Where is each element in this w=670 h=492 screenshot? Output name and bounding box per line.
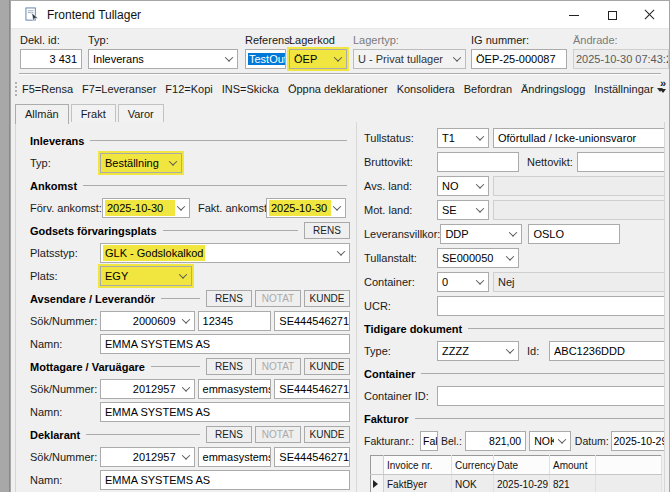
- mottagare-namn-field[interactable]: EMMA SYSTEMS AS: [100, 402, 350, 422]
- kunde-button[interactable]: KUNDE: [304, 426, 350, 443]
- plats-label: Plats:: [30, 270, 100, 282]
- invoice-table[interactable]: Invoice nr. Currency Date Amount FaktBye…: [370, 455, 662, 492]
- deklarant-nummer-dropdown[interactable]: 2012957: [100, 447, 195, 467]
- toolbar-andringslogg[interactable]: Ändringslogg: [521, 83, 585, 95]
- bruttovikt-label: Bruttovikt:: [364, 156, 437, 168]
- minimize-icon: [569, 15, 579, 16]
- toolbar-rensa[interactable]: F5=Rensa: [22, 83, 73, 95]
- chevron-down-icon: [330, 50, 346, 68]
- cell-amount: 821: [550, 475, 596, 492]
- toolbar-leveranser[interactable]: F7=Leveranser: [82, 83, 156, 95]
- section-inleverans: Inleverans: [30, 132, 350, 149]
- rens-button[interactable]: RENS: [304, 222, 350, 239]
- mot-land-dropdown[interactable]: SE: [437, 200, 489, 220]
- col-currency[interactable]: Currency: [452, 456, 494, 475]
- section-godsets-forvaringsplats: Godsets förvaringsplats RENS: [30, 222, 350, 239]
- sok-nummer-label: Sök/Nummer:: [30, 451, 100, 463]
- bel-field[interactable]: 821,00: [465, 431, 527, 451]
- toolbar-befordran[interactable]: Befordran: [464, 83, 512, 95]
- col-invoice-nr[interactable]: Invoice nr.: [384, 456, 452, 475]
- andrade-label: Ändrade:: [573, 34, 669, 47]
- close-icon: [644, 9, 656, 21]
- container-dropdown[interactable]: 0: [437, 272, 489, 292]
- deklarant-namn-field[interactable]: EMMA SYSTEMS AS: [100, 470, 350, 490]
- mottagare-search-field[interactable]: emmasystems: [198, 379, 272, 399]
- tullanstalt-label: Tullanstalt:: [364, 252, 437, 264]
- tidigare-type-label: Type:: [364, 345, 437, 357]
- toolbar-konsolidera[interactable]: Konsolidera: [397, 83, 455, 95]
- notat-button: NOTAT: [255, 358, 301, 375]
- avsendare-namn-field[interactable]: EMMA SYSTEMS AS: [100, 334, 350, 354]
- lagerkod-dropdown[interactable]: ÖEP: [289, 49, 347, 69]
- minimize-button[interactable]: [555, 1, 593, 29]
- fakturanr-field[interactable]: Fak: [420, 431, 438, 451]
- lagertyp-dropdown[interactable]: U - Privat tullager: [353, 49, 466, 69]
- header-separator: [19, 73, 661, 75]
- chevron-down-icon: [178, 312, 194, 330]
- avsendare-search-field[interactable]: 12345: [198, 311, 272, 331]
- col-date[interactable]: Date: [494, 456, 550, 475]
- inleverans-typ-label: Typ:: [30, 157, 100, 169]
- tullanstalt-dropdown[interactable]: SE000050: [437, 248, 519, 268]
- dekl-id-field[interactable]: 3 431: [20, 49, 82, 69]
- tab-frakt[interactable]: Frakt: [71, 104, 116, 123]
- rens-button[interactable]: RENS: [206, 358, 252, 375]
- tidigare-id-label: Id:: [527, 345, 549, 357]
- close-button[interactable]: [631, 1, 669, 29]
- chevron-down-icon: [449, 50, 465, 68]
- deklarant-org-field[interactable]: SE4445462718: [274, 447, 350, 467]
- tab-strip: Allmän Frakt Varor: [15, 104, 665, 123]
- chevron-down-icon: [505, 225, 521, 243]
- section-tidigare-dokument: Tidigare dokument: [364, 320, 665, 337]
- typ-dropdown[interactable]: Inleverans: [88, 49, 238, 69]
- tidigare-id-field[interactable]: ABC1236DDD: [549, 341, 665, 361]
- invoice-row[interactable]: FaktByer NOK 2025-10-29 821: [371, 475, 662, 492]
- fakt-ankomst-datepicker[interactable]: 2025-10-30: [266, 198, 346, 218]
- forv-ankomst-datepicker[interactable]: 2025-10-30: [102, 198, 190, 218]
- app-window: Frontend Tullager Dekl. id: 3 431 Typ: I…: [10, 0, 670, 492]
- lagertyp-label: Lagertyp:: [353, 34, 466, 47]
- referens-field[interactable]: TestOutp: [245, 49, 286, 69]
- inleverans-typ-dropdown[interactable]: Beställning: [100, 153, 182, 173]
- leveransvillkor-plats-field[interactable]: OSLO: [528, 224, 620, 244]
- toolbar-overflow-button[interactable]: »: [660, 79, 666, 93]
- rens-button[interactable]: RENS: [206, 426, 252, 443]
- datum-field[interactable]: 2025-10-29: [611, 431, 665, 451]
- chevron-down-icon: [472, 129, 488, 147]
- maximize-button[interactable]: [593, 1, 631, 29]
- avs-land-dropdown[interactable]: NO: [437, 176, 489, 196]
- toolbar-grip[interactable]: [15, 82, 17, 96]
- mottagare-org-field[interactable]: SE4445462718: [274, 379, 350, 399]
- avs-land-label: Avs. land:: [364, 180, 437, 192]
- chevron-down-icon: [502, 249, 518, 267]
- col-amount[interactable]: Amount: [550, 456, 596, 475]
- toolbar-oppna-deklarationer[interactable]: Öppna deklarationer: [288, 83, 388, 95]
- cell-currency: NOK: [452, 475, 494, 492]
- kunde-button[interactable]: KUNDE: [304, 290, 350, 307]
- plats-dropdown[interactable]: EGY: [100, 266, 192, 286]
- container-id-field[interactable]: [437, 386, 665, 406]
- ig-nummer-field[interactable]: ÖEP-25-000087: [471, 49, 567, 69]
- ucr-label: UCR:: [364, 300, 437, 312]
- toolbar-installningar[interactable]: Inställningar: [594, 83, 662, 95]
- tab-varor[interactable]: Varor: [118, 104, 164, 123]
- toolbar-skicka[interactable]: INS=Skicka: [222, 83, 279, 95]
- leveransvillkor-dropdown[interactable]: DDP: [440, 224, 522, 244]
- currency-dropdown[interactable]: NOK: [529, 431, 571, 451]
- toolbar-kopi[interactable]: F12=Kopi: [165, 83, 212, 95]
- tullstatus-dropdown[interactable]: T1: [437, 128, 489, 148]
- avsendare-nummer-dropdown[interactable]: 2000609: [100, 311, 195, 331]
- rens-button[interactable]: RENS: [206, 290, 252, 307]
- mottagare-nummer-dropdown[interactable]: 2012957: [100, 379, 195, 399]
- avsendare-org-field[interactable]: SE4445462718: [274, 311, 350, 331]
- ucr-field[interactable]: [437, 296, 665, 316]
- nettovikt-field[interactable]: [577, 152, 665, 172]
- current-row-icon: [373, 480, 378, 488]
- kunde-button[interactable]: KUNDE: [304, 358, 350, 375]
- tidigare-type-dropdown[interactable]: ZZZZ: [437, 341, 519, 361]
- bruttovikt-field[interactable]: [437, 152, 519, 172]
- platsstyp-dropdown[interactable]: GLK - Godslokalkod: [100, 243, 350, 263]
- deklarant-search-field[interactable]: emmasystems: [198, 447, 272, 467]
- app-icon: [25, 7, 40, 22]
- tab-allman[interactable]: Allmän: [15, 104, 69, 124]
